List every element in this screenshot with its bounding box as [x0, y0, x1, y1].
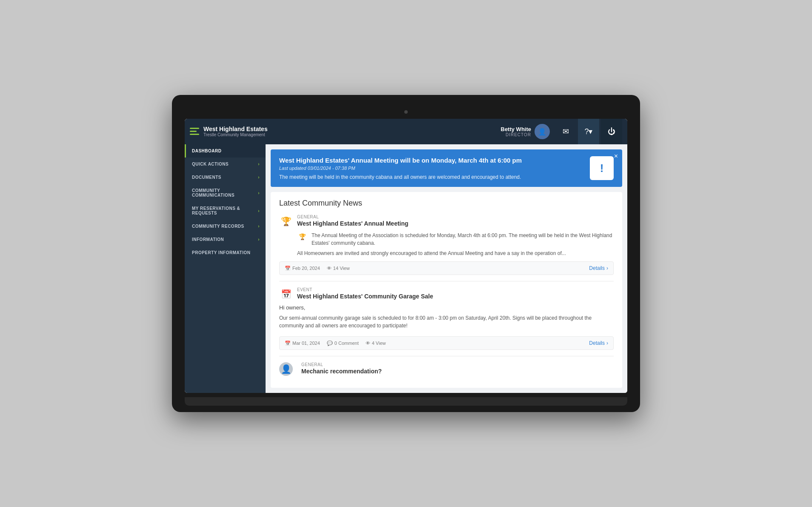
eye-icon: 👁 — [327, 266, 332, 271]
sidebar-item-label: COMMUNITY COMMUNICATIONS — [192, 188, 258, 198]
sidebar-item-quick-actions[interactable]: QUICK ACTIONS › — [185, 158, 266, 171]
news-item-title: West Highland Estates' Community Garage … — [297, 293, 433, 300]
alert-body: The meeting will be held in the communit… — [279, 174, 583, 180]
news-section: Latest Community News 🏆 GENERAL West Hig… — [271, 192, 622, 388]
alert-close-button[interactable]: × — [614, 153, 618, 160]
avatar[interactable]: 👤 — [535, 124, 550, 139]
sidebar-item-community-records[interactable]: COMMUNITY RECORDS › — [185, 220, 266, 233]
list-item: 👤 GENERAL Mechanic recommendation? — [279, 362, 614, 381]
community-title-block: West Highland Estates Trestle Community … — [203, 126, 268, 138]
eye-icon: 👁 — [366, 341, 370, 346]
news-meta: 📅 Mar 01, 2024 💬 0 Comment 👁 — [279, 336, 614, 350]
news-category: GENERAL — [297, 215, 409, 219]
chevron-right-icon: › — [258, 175, 260, 180]
sidebar-item-information[interactable]: INFORMATION › — [185, 233, 266, 246]
alert-icon-bubble: ! — [590, 156, 614, 180]
comment-icon: 💬 — [327, 341, 333, 346]
sidebar-item-community-communications[interactable]: COMMUNITY COMMUNICATIONS › — [185, 184, 266, 202]
alert-text: West Highland Estates' Annual Meeting wi… — [279, 157, 583, 180]
news-date: 📅 Feb 20, 2024 — [285, 266, 320, 271]
header-right: Betty White DIRECTOR 👤 ✉ ?▾ ⏻ — [501, 119, 623, 144]
mail-button[interactable]: ✉ — [555, 119, 576, 144]
news-icon-trophy2: 🏆 — [297, 232, 307, 242]
news-meta-items: 📅 Mar 01, 2024 💬 0 Comment 👁 — [285, 341, 589, 346]
news-views: 👁 4 View — [366, 341, 386, 346]
person-avatar-icon: 👤 — [279, 362, 293, 376]
news-body-line1: The Annual Meeting of the Association is… — [312, 232, 614, 247]
community-name: West Highland Estates — [203, 126, 268, 133]
news-date: 📅 Mar 01, 2024 — [285, 341, 320, 346]
sidebar-item-label: QUICK ACTIONS — [192, 162, 229, 166]
user-role: DIRECTOR — [501, 132, 532, 137]
list-item: 🏆 GENERAL West Highland Estates' Annual … — [279, 215, 614, 281]
power-button[interactable]: ⏻ — [601, 119, 622, 144]
chevron-right-icon: › — [606, 340, 608, 346]
news-icon-event: 📅 — [279, 287, 293, 301]
news-category: EVENT — [297, 287, 433, 292]
news-item-header: 🏆 GENERAL West Highland Estates' Annual … — [279, 215, 614, 228]
alert-banner: West Highland Estates' Annual Meeting wi… — [271, 149, 622, 187]
news-meta: 📅 Feb 20, 2024 👁 14 View Deta — [279, 261, 614, 275]
help-icon: ?▾ — [584, 127, 592, 136]
exclamation-icon: ! — [600, 162, 604, 175]
news-item-title: Mechanic recommendation? — [301, 368, 382, 375]
list-item: 📅 EVENT West Highland Estates' Community… — [279, 287, 614, 356]
power-icon: ⏻ — [608, 127, 615, 136]
sidebar-item-dashboard[interactable]: DASHBOARD — [185, 144, 266, 158]
news-greet: Hi owners, — [279, 304, 614, 311]
news-body-line2: All Homeowners are invited and strongly … — [279, 249, 614, 257]
news-title-block: GENERAL Mechanic recommendation? — [297, 362, 382, 375]
sidebar-item-property-information[interactable]: PROPERTY INFORMATION — [185, 246, 266, 259]
news-item-title: West Highland Estates' Annual Meeting — [297, 220, 409, 227]
chevron-right-icon: › — [258, 237, 260, 242]
news-item-header: 👤 GENERAL Mechanic recommendation? — [279, 362, 614, 376]
news-meta-items: 📅 Feb 20, 2024 👁 14 View — [285, 266, 589, 271]
chevron-right-icon: › — [258, 191, 260, 195]
user-text: Betty White DIRECTOR — [501, 126, 532, 137]
management-name: Trestle Community Management — [203, 132, 268, 137]
news-title-block: GENERAL West Highland Estates' Annual Me… — [297, 215, 409, 227]
sidebar-item-label: DASHBOARD — [192, 149, 222, 153]
top-header: West Highland Estates Trestle Community … — [185, 119, 627, 144]
alert-title: West Highland Estates' Annual Meeting wi… — [279, 157, 583, 164]
alert-updated: Last updated 03/01/2024 - 07:38 PM — [279, 166, 583, 171]
user-name: Betty White — [501, 126, 532, 132]
news-comments: 💬 0 Comment — [327, 341, 359, 346]
sidebar-item-label: INFORMATION — [192, 237, 224, 242]
news-views: 👁 14 View — [327, 266, 350, 271]
details-link[interactable]: Details › — [589, 265, 608, 271]
logo-area: West Highland Estates Trestle Community … — [190, 126, 501, 138]
news-item-header: 📅 EVENT West Highland Estates' Community… — [279, 287, 614, 301]
details-link[interactable]: Details › — [589, 340, 608, 346]
chevron-right-icon: › — [258, 209, 260, 213]
chevron-right-icon: › — [258, 162, 260, 166]
help-button[interactable]: ?▾ — [578, 119, 599, 144]
sidebar-item-reservations[interactable]: MY RESERVATIONS & REQUESTS › — [185, 202, 266, 220]
news-category: GENERAL — [301, 362, 382, 367]
news-body: Our semi-annual community garage sale is… — [279, 314, 614, 329]
sidebar: DASHBOARD QUICK ACTIONS › DOCUMENTS › CO… — [185, 144, 266, 393]
chevron-right-icon: › — [606, 265, 608, 271]
sidebar-item-label: DOCUMENTS — [192, 175, 221, 180]
chevron-right-icon: › — [258, 224, 260, 229]
sidebar-item-label: COMMUNITY RECORDS — [192, 224, 244, 229]
main-body: DASHBOARD QUICK ACTIONS › DOCUMENTS › CO… — [185, 144, 627, 393]
sidebar-item-label: MY RESERVATIONS & REQUESTS — [192, 206, 258, 215]
news-section-title: Latest Community News — [279, 199, 614, 208]
sidebar-item-documents[interactable]: DOCUMENTS › — [185, 171, 266, 184]
mail-icon: ✉ — [563, 127, 569, 136]
news-title-block: EVENT West Highland Estates' Community G… — [297, 287, 433, 300]
sidebar-item-label: PROPERTY INFORMATION — [192, 250, 250, 255]
content-area: West Highland Estates' Annual Meeting wi… — [266, 144, 627, 393]
user-info: Betty White DIRECTOR 👤 — [501, 124, 550, 139]
calendar-icon: 📅 — [285, 341, 291, 346]
menu-icon[interactable] — [190, 128, 199, 135]
news-icon-trophy: 🏆 — [279, 215, 293, 228]
calendar-icon: 📅 — [285, 266, 291, 271]
